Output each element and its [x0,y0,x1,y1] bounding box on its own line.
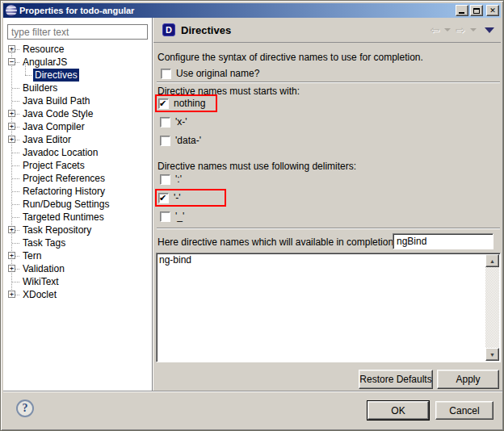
tree-item-label: XDoclet [21,288,58,301]
delimiter-option-[interactable]: ✔'-' [155,189,226,207]
tree-item-label: Targeted Runtimes [21,211,106,224]
tree-item-java-compiler[interactable]: +Java Compiler [3,120,152,133]
page-title: Directives [181,24,231,36]
tree-item-label: Run/Debug Settings [21,198,111,211]
tree-item-targeted-runtimes[interactable]: Targeted Runtimes [3,211,152,224]
tree-item-task-repository[interactable]: +Task Repository [3,224,152,236]
tree-item-label: Validation [21,262,66,275]
use-original-name-checkbox-row[interactable]: ✔ Use original name? [156,65,259,82]
starts-with-label: nothing [174,98,205,109]
help-icon[interactable]: ? [16,400,34,417]
check-icon: ✔ [159,98,166,109]
expand-icon[interactable]: + [8,291,15,298]
tree-item-task-tags[interactable]: Task Tags [3,236,152,249]
tree-item-javadoc-location[interactable]: Javadoc Location [3,146,152,159]
expand-icon[interactable]: + [8,265,15,272]
titlebar[interactable]: Properties for todo-angular ✕ [3,3,501,18]
delimiter-label: ':' [175,174,182,185]
completion-label: Here directive names which will availabl… [158,236,407,248]
eclipse-icon [6,5,17,16]
tree-item-tern[interactable]: +Tern [3,249,152,262]
window-title: Properties for todo-angular [19,6,134,15]
expand-icon[interactable]: + [8,45,15,52]
starts-with-option-x[interactable]: ✔'x-' [155,113,217,131]
tree-item-label: Java Build Path [21,94,91,107]
use-original-name-label: Use original name? [176,68,259,79]
tree-item-project-facets[interactable]: Project Facets [3,159,152,172]
delimiter-option-[interactable]: ✔':' [155,170,226,188]
tree-item-label: AngularJS [21,56,69,69]
tree-item-project-references[interactable]: Project References [3,172,152,185]
completion-input[interactable] [393,233,494,249]
properties-tree: +Resource−AngularJSDirectivesBuildersJav… [3,43,152,301]
restore-defaults-button[interactable]: Restore Defaults [359,370,433,389]
delimiter-option-[interactable]: ✔'_' [155,207,226,225]
tree-item-label: Tern [21,249,43,262]
ok-button[interactable]: OK [368,401,429,420]
tree-item-xdoclet[interactable]: +XDoclet [3,288,152,301]
expand-icon[interactable]: + [8,252,15,259]
directive-names-textarea[interactable]: ng-bind ▲ ▼ [156,253,501,362]
starts-with-checkbox[interactable]: ✔ [160,136,170,146]
use-original-name-checkbox[interactable]: ✔ [161,69,171,79]
close-icon: ✕ [489,7,496,15]
starts-with-option-nothing[interactable]: ✔nothing [155,94,217,112]
minimize-button[interactable] [456,5,468,16]
starts-with-option-data[interactable]: ✔'data-' [155,132,217,149]
tree-item-label: Task Tags [21,236,67,249]
section-separator [157,82,500,83]
tree-item-java-code-style[interactable]: +Java Code Style [3,107,152,120]
tree-item-run-debug-settings[interactable]: Run/Debug Settings [3,198,152,211]
tree-item-label: Directives [33,69,79,82]
properties-dialog: Properties for todo-angular ✕ +Resource−… [0,0,504,431]
cancel-button[interactable]: Cancel [435,401,494,420]
tree-item-java-build-path[interactable]: Java Build Path [3,94,152,107]
back-dropdown-icon[interactable] [444,28,451,31]
maximize-icon [473,8,480,14]
starts-with-group: ✔nothing✔'x-'✔'data-' [155,94,217,150]
forward-dropdown-icon[interactable] [470,28,477,31]
tree-item-wikitext[interactable]: WikiText [3,275,152,288]
tree-item-directives[interactable]: Directives [3,69,152,82]
tree-item-label: WikiText [21,275,61,288]
tree-item-label: Resource [21,43,65,56]
tree-item-java-editor[interactable]: +Java Editor [3,133,152,146]
expand-icon[interactable]: + [8,110,15,117]
delimiter-checkbox[interactable]: ✔ [158,193,169,203]
expand-icon[interactable]: + [8,226,15,233]
starts-with-label: 'data-' [175,135,201,146]
tree-item-label: Javadoc Location [21,146,99,159]
back-icon[interactable]: ⇦ [430,24,440,36]
page-header: D Directives ⇦ ⇨ [153,18,501,43]
tree-item-label: Java Editor [21,133,73,146]
section-separator [157,228,500,229]
tree-item-refactoring-history[interactable]: Refactoring History [3,185,152,198]
starts-with-checkbox[interactable]: ✔ [160,117,170,128]
filter-input[interactable] [7,24,148,40]
forward-icon[interactable]: ⇨ [456,24,465,36]
tree-item-builders[interactable]: Builders [3,82,152,94]
tree-item-validation[interactable]: +Validation [3,262,152,275]
delimiter-checkbox[interactable]: ✔ [160,211,170,222]
starts-with-label: 'x-' [175,116,187,128]
starts-with-checkbox[interactable]: ✔ [158,98,169,109]
apply-button[interactable]: Apply [437,370,499,389]
vertical-scrollbar[interactable]: ▲ ▼ [485,254,499,361]
maximize-button[interactable] [470,5,483,16]
tree-item-label: Task Repository [21,224,93,236]
close-button[interactable]: ✕ [486,5,499,16]
expand-icon[interactable]: + [8,123,15,130]
delimiter-label: '-' [174,192,181,203]
view-menu-icon[interactable] [485,27,494,33]
scroll-down-icon[interactable]: ▼ [485,348,499,361]
intro-text: Configure the syntax of directive names … [158,52,423,63]
tree-item-label: Java Compiler [21,120,86,133]
collapse-icon[interactable]: − [8,58,15,65]
expand-icon[interactable]: + [8,136,15,143]
footer-separator [3,391,502,392]
tree-item-resource[interactable]: +Resource [3,43,152,56]
scroll-up-icon[interactable]: ▲ [485,254,499,267]
check-icon: ✔ [159,193,166,203]
delimiter-checkbox[interactable]: ✔ [160,174,170,185]
pane-divider[interactable] [152,18,153,391]
